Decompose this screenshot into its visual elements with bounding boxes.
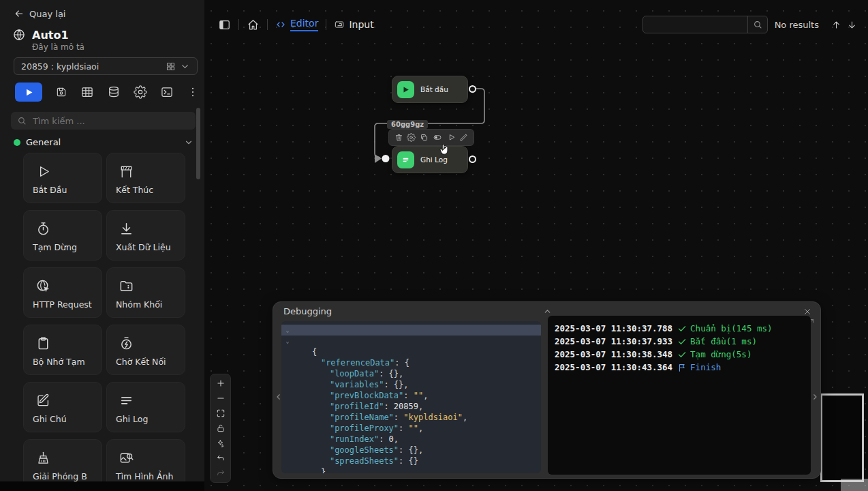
node-settings-icon[interactable] [407, 133, 416, 142]
json-line[interactable]: "loopData": {}, [281, 346, 541, 357]
more-menu-icon[interactable] [187, 86, 199, 98]
delete-node-icon[interactable] [394, 133, 403, 142]
json-line[interactable]: "profileProxy": "", [281, 401, 541, 412]
find-search-button[interactable] [747, 16, 767, 33]
auto-layout-button[interactable] [211, 436, 230, 451]
block-card[interactable]: HTTP Request [23, 267, 102, 318]
fit-view-button[interactable] [211, 406, 230, 421]
tab-input[interactable]: Input [334, 19, 373, 30]
run-workflow-button[interactable] [15, 83, 42, 102]
block-card[interactable]: Tìm Hình Ảnh [106, 439, 185, 481]
log-timestamp: 2025-03-07 11:30:37.788 [555, 322, 672, 335]
find-next-icon[interactable] [847, 20, 857, 30]
block-grid: Bắt Đầu Kết Thúc Tạm Dừng Xuất Dữ Liệu H… [23, 153, 185, 481]
find-prev-icon[interactable] [831, 20, 841, 30]
toggle-node-icon[interactable] [432, 133, 443, 142]
app-window: Editor Input No results [0, 0, 868, 491]
find-input[interactable] [643, 20, 747, 30]
node-ghi-log[interactable]: Ghi Log [392, 146, 468, 173]
sidebar: Quay lại Auto1 Đây là mô tả 20859 : kypl… [0, 0, 204, 481]
block-card[interactable]: Ghi Chú [23, 382, 102, 432]
input-icon [334, 19, 345, 30]
block-label: Ghi Chú [33, 414, 67, 424]
node-start-output-port[interactable] [469, 85, 476, 93]
lock-canvas-button[interactable] [211, 421, 230, 436]
close-icon[interactable] [803, 307, 812, 316]
scroll-right-icon[interactable] [811, 393, 819, 401]
log-timestamp: 2025-03-07 11:30:43.364 [555, 361, 672, 374]
json-line[interactable]: ⌄ { [281, 325, 541, 336]
duplicate-node-icon[interactable] [420, 133, 429, 142]
node-start-label: Bắt đầu [420, 85, 448, 93]
terminal-icon[interactable] [160, 85, 174, 99]
database-icon[interactable] [107, 85, 121, 99]
wire-arrowhead [375, 154, 382, 163]
redo-button[interactable] [211, 466, 230, 481]
block-label: Bắt Đầu [33, 185, 67, 195]
block-label: Bộ Nhớ Tạm [33, 357, 85, 367]
block-search-input[interactable] [31, 115, 189, 127]
block-card[interactable]: Tạm Dừng [23, 210, 102, 261]
profile-select[interactable]: 20859 : kypldsiaoi [14, 57, 198, 75]
canvas-topbar: Editor Input [218, 18, 374, 31]
sidebar-toggle-icon[interactable] [218, 18, 231, 31]
sidebar-scrollbar[interactable] [196, 108, 200, 179]
log-message: Bắt đầu(1 ms) [690, 335, 757, 348]
block-card[interactable]: Xuất Dữ Liệu [106, 210, 185, 261]
workflow-description: Đây là mô tả [32, 42, 84, 52]
block-label: Nhóm Khối [116, 299, 162, 310]
json-line[interactable]: "googleSheets": {}, [281, 423, 541, 434]
json-line[interactable]: } [281, 456, 541, 466]
run-node-icon[interactable] [447, 133, 456, 142]
json-line[interactable]: "profileId": 20859, [281, 379, 541, 390]
canvas-zoom-toolbar [210, 374, 231, 483]
minimap[interactable] [820, 393, 864, 482]
json-line[interactable]: "variables": {}, [281, 357, 541, 368]
settings-gear-icon[interactable] [134, 85, 147, 99]
block-card[interactable]: Chờ Kết Nối [106, 325, 185, 375]
undo-button[interactable] [211, 451, 230, 466]
block-card[interactable]: Giải Phóng B [23, 439, 102, 481]
table-icon[interactable] [80, 85, 94, 99]
json-line[interactable]: ⌄ "referenceData": { [281, 336, 541, 346]
block-card[interactable]: Bắt Đầu [23, 153, 102, 203]
debug-log-viewer[interactable]: 2025-03-07 11:30:37.788 Chuẩn bị(145 ms)… [548, 316, 811, 475]
save-icon[interactable] [55, 86, 67, 98]
block-icon [119, 393, 134, 408]
json-line[interactable]: "spreadSheets": {} [281, 434, 541, 445]
collapse-panel-icon[interactable] [543, 307, 552, 316]
log-line: 2025-03-07 11:30:37.788 Chuẩn bị(145 ms) [555, 322, 811, 335]
edit-node-icon[interactable] [459, 133, 468, 142]
back-button[interactable]: Quay lại [14, 8, 65, 19]
home-icon[interactable] [247, 18, 260, 31]
plus-icon [216, 378, 226, 388]
find-bar: No results [642, 16, 857, 33]
block-icon [119, 336, 134, 351]
tab-editor[interactable]: Editor [275, 18, 318, 31]
node-hover-toolbar [388, 129, 474, 146]
zoom-in-button[interactable] [211, 376, 230, 391]
scroll-left-icon[interactable] [275, 393, 283, 401]
collapse-arrow-icon[interactable]: ⌄ [284, 325, 291, 336]
json-line[interactable]: "prevBlockData": "", [281, 368, 541, 379]
node-ghi-log-output-port[interactable] [469, 155, 476, 163]
globe-icon [12, 28, 26, 42]
block-label: Chờ Kết Nối [116, 357, 166, 367]
block-card[interactable]: Ghi Log [106, 382, 185, 432]
json-line[interactable]: "profileName": "kypldsiaoi", [281, 390, 541, 401]
json-line[interactable]: } [281, 445, 541, 456]
sidebar-toolbar [15, 83, 199, 102]
block-icon [35, 221, 51, 237]
block-card[interactable]: Nhóm Khối [106, 267, 185, 318]
debug-json-viewer[interactable]: ⌄ { ⌄ "referenceData": { "loopData": {},… [281, 321, 541, 473]
log-timestamp: 2025-03-07 11:30:37.933 [555, 335, 672, 348]
section-general[interactable]: General [14, 137, 193, 147]
block-card[interactable]: Kết Thúc [106, 153, 185, 203]
json-line[interactable]: "runIndex": 0, [281, 412, 541, 423]
node-start[interactable]: Bắt đầu [392, 76, 468, 103]
block-card[interactable]: Bộ Nhớ Tạm [23, 325, 102, 375]
zoom-out-button[interactable] [211, 391, 230, 406]
flag-icon [677, 363, 687, 372]
collapse-arrow-icon[interactable]: ⌄ [284, 336, 291, 346]
minimap-viewport[interactable] [841, 479, 868, 491]
